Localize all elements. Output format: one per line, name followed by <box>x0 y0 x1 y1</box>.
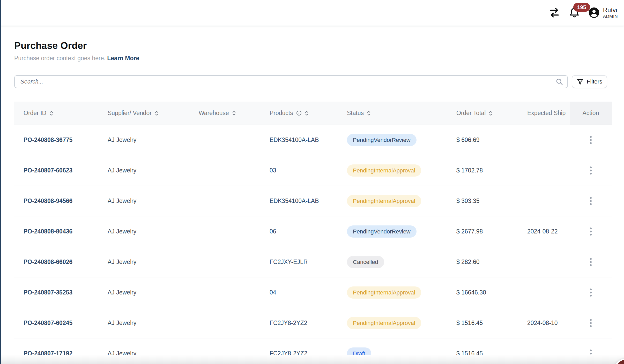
sort-icon[interactable] <box>489 110 493 116</box>
status-badge: PendingInternalApproval <box>347 164 421 177</box>
order-id-link[interactable]: PO-240807-60245 <box>24 320 72 326</box>
sort-icon[interactable] <box>305 110 309 116</box>
supplier-cell: AJ Jewelry <box>98 198 189 204</box>
page-subtitle-text: Purchase order context goes here. <box>14 55 106 62</box>
column-header-label: Expected Ship <box>527 110 566 117</box>
table-row: PO-240808-94566 AJ Jewelry EDK354100A-LA… <box>14 186 612 216</box>
supplier-cell: AJ Jewelry <box>98 167 189 174</box>
row-actions-kebab-icon[interactable] <box>587 164 594 177</box>
user-avatar-icon <box>588 7 600 18</box>
user-menu[interactable]: Rutvi ADMIN <box>588 6 618 19</box>
toolbar: Filters <box>14 75 607 88</box>
table-row: PO-240807-60623 AJ Jewelry 03 PendingInt… <box>14 155 612 186</box>
column-header-label: Supplier/ Vendor <box>108 110 152 117</box>
status-badge: PendingInternalApproval <box>347 317 421 329</box>
main-content: Purchase Order Purchase order context go… <box>0 26 624 364</box>
order-id-link[interactable]: PO-240808-80436 <box>24 228 72 235</box>
order-total-cell: $ 16646.30 <box>447 289 518 296</box>
supplier-cell: AJ Jewelry <box>98 136 189 143</box>
column-header-label: Order ID <box>24 110 46 117</box>
order-id-link[interactable]: PO-240807-60623 <box>24 167 72 174</box>
expected-ship-cell: 2024-08-10 <box>518 320 570 327</box>
row-actions-kebab-icon[interactable] <box>587 286 594 299</box>
table-row: PO-240807-35253 AJ Jewelry 04 PendingInt… <box>14 277 612 308</box>
user-name: Rutvi <box>603 6 618 14</box>
sort-icon[interactable] <box>155 110 159 116</box>
table-row: PO-240808-36775 AJ Jewelry EDK354100A-LA… <box>14 125 612 155</box>
column-header-label: Action <box>583 110 599 117</box>
supplier-cell: AJ Jewelry <box>98 320 189 327</box>
topbar-actions: 195 Rutvi ADMIN <box>548 6 618 19</box>
column-header-label: Warehouse <box>199 110 229 117</box>
notification-count-badge: 195 <box>573 3 590 11</box>
table-body: PO-240808-36775 AJ Jewelry EDK354100A-LA… <box>14 125 612 364</box>
table-row: PO-240807-60245 AJ Jewelry FC2JY8-2YZ2 P… <box>14 308 612 338</box>
column-header[interactable]: Status <box>338 102 447 125</box>
products-cell: FC2JY8-2YZ2 <box>260 320 338 327</box>
column-header-label: Products <box>270 110 293 117</box>
page-title: Purchase Order <box>14 40 624 51</box>
products-cell: 04 <box>260 289 338 296</box>
status-badge: PendingVendorReview <box>347 134 417 146</box>
column-header[interactable]: Order ID <box>14 102 98 125</box>
row-actions-kebab-icon[interactable] <box>587 225 594 238</box>
status-badge: PendingInternalApproval <box>347 195 421 207</box>
search-box <box>14 75 568 88</box>
order-total-cell: $ 282.60 <box>447 259 518 266</box>
page-subtitle: Purchase order context goes here. Learn … <box>14 55 624 62</box>
sort-icon[interactable] <box>49 110 53 116</box>
column-header-label: Status <box>347 110 364 117</box>
search-input[interactable] <box>14 75 568 88</box>
order-total-cell: $ 1516.45 <box>447 320 518 327</box>
info-icon <box>296 110 302 116</box>
order-total-cell: $ 303.35 <box>447 198 518 204</box>
table-row: PO-240808-66026 AJ Jewelry FC2JXY-EJLR C… <box>14 247 612 277</box>
order-id-link[interactable]: PO-240808-66026 <box>24 259 72 265</box>
filters-button[interactable]: Filters <box>572 75 607 88</box>
supplier-cell: AJ Jewelry <box>98 228 189 235</box>
sort-icon[interactable] <box>367 110 371 116</box>
column-header: Action <box>570 102 612 125</box>
table-header-row: Order ID Supplier/ Vendor Warehouse Prod… <box>14 102 612 125</box>
table-row: PO-240808-80436 AJ Jewelry 06 PendingVen… <box>14 216 612 247</box>
order-id-link[interactable]: PO-240807-35253 <box>24 289 72 296</box>
status-badge: PendingInternalApproval <box>347 286 421 299</box>
order-total-cell: $ 1702.78 <box>447 167 518 174</box>
products-cell: 03 <box>260 167 338 174</box>
status-badge: PendingVendorReview <box>347 225 417 238</box>
products-cell: 06 <box>260 228 338 235</box>
notifications-bell-icon[interactable]: 195 <box>569 7 580 18</box>
sidebar-edge <box>0 0 1 364</box>
supplier-cell: AJ Jewelry <box>98 289 189 296</box>
products-cell: EDK354100A-LAB <box>260 198 338 204</box>
row-actions-kebab-icon[interactable] <box>587 194 594 208</box>
learn-more-link[interactable]: Learn More <box>107 55 139 62</box>
column-header[interactable]: Warehouse <box>189 102 260 125</box>
user-role: ADMIN <box>603 14 618 19</box>
supplier-cell: AJ Jewelry <box>98 259 189 266</box>
order-total-cell: $ 606.69 <box>447 136 518 143</box>
status-badge: Cancelled <box>347 256 384 268</box>
search-icon <box>555 78 563 87</box>
row-actions-kebab-icon[interactable] <box>587 255 594 269</box>
filters-button-label: Filters <box>587 78 602 85</box>
column-header[interactable]: Products <box>260 102 338 125</box>
sort-icon[interactable] <box>232 110 236 116</box>
purchase-order-table: Order ID Supplier/ Vendor Warehouse Prod… <box>14 102 612 364</box>
order-total-cell: $ 2677.98 <box>447 228 518 235</box>
column-header[interactable]: Supplier/ Vendor <box>98 102 189 125</box>
column-header[interactable]: Order Total <box>447 102 518 125</box>
column-header[interactable]: Expected Ship <box>518 102 570 125</box>
products-cell: EDK354100A-LAB <box>260 136 338 143</box>
transfer-arrows-icon[interactable] <box>548 7 560 18</box>
row-actions-kebab-icon[interactable] <box>587 133 594 147</box>
filter-funnel-icon <box>577 78 584 85</box>
expected-ship-cell: 2024-08-22 <box>518 228 570 235</box>
row-actions-kebab-icon[interactable] <box>587 316 594 330</box>
order-id-link[interactable]: PO-240808-36775 <box>24 136 72 143</box>
column-header-label: Order Total <box>456 110 486 117</box>
order-id-link[interactable]: PO-240808-94566 <box>24 198 72 204</box>
products-cell: FC2JXY-EJLR <box>260 259 338 266</box>
topbar: 195 Rutvi ADMIN <box>0 0 624 26</box>
bottom-fade <box>0 355 624 364</box>
